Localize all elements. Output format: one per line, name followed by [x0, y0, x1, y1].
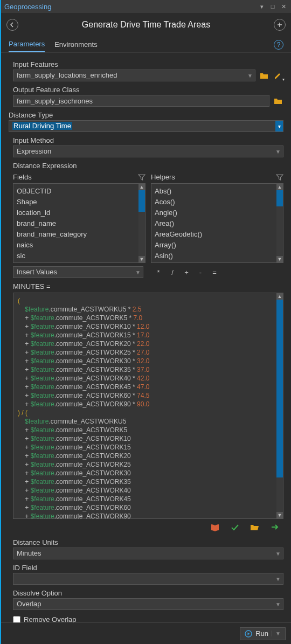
add-button[interactable]: [274, 19, 286, 31]
operator-button[interactable]: -: [194, 268, 207, 276]
helper-item[interactable]: Acos(): [155, 197, 280, 207]
filter-helpers-icon[interactable]: [276, 174, 283, 181]
fields-label: Fields: [13, 173, 32, 181]
tool-title: Generate Drive Time Trade Areas: [18, 20, 274, 30]
check-icon[interactable]: [231, 523, 239, 532]
scroll-down-icon[interactable]: ▼: [276, 512, 283, 518]
output-fc-label: Output Feature Class: [13, 86, 283, 94]
filter-fields-icon[interactable]: [138, 174, 146, 181]
field-item[interactable]: sic: [17, 251, 142, 261]
back-button[interactable]: [6, 19, 18, 31]
dissolve-option-select[interactable]: Overlap ▼: [13, 598, 283, 610]
distance-type-select[interactable]: Rural Driving Time ▾: [9, 120, 283, 132]
expression-editor[interactable]: ( $feature.commute_ACSTWORKU5 * 2.5 + $f…: [13, 293, 283, 519]
field-item[interactable]: brand_name: [17, 218, 142, 229]
input-method-label: Input Method: [13, 136, 283, 144]
run-button[interactable]: Run ▼: [240, 627, 286, 640]
helpers-scroll-thumb[interactable]: [276, 190, 283, 206]
helpers-listbox[interactable]: Abs()Acos()Angle()Area()AreaGeodetic()Ar…: [151, 183, 283, 263]
dissolve-option-label: Dissolve Option: [13, 589, 283, 597]
browse-input-features[interactable]: [259, 70, 269, 81]
tool-header: Generate Drive Time Trade Areas: [1, 13, 291, 37]
input-method-select[interactable]: Expression ▼: [13, 146, 283, 157]
tab-environments[interactable]: Environments: [54, 37, 97, 52]
operator-button[interactable]: /: [166, 268, 179, 276]
operator-button[interactable]: =: [208, 268, 221, 276]
dropdown-icon[interactable]: ▾: [258, 2, 266, 11]
scroll-up-icon[interactable]: ▲: [276, 184, 283, 190]
chevron-down-icon: ▼: [275, 551, 281, 557]
distance-type-label: Distance Type: [9, 111, 283, 119]
edit-input-features[interactable]: ▾: [273, 70, 283, 81]
helper-item[interactable]: Abs(): [155, 186, 280, 197]
close-icon[interactable]: ✕: [279, 2, 288, 11]
tab-parameters[interactable]: Parameters: [9, 37, 45, 52]
scroll-down-icon[interactable]: ▼: [138, 256, 145, 262]
chevron-down-icon: ▼: [247, 73, 253, 79]
chevron-down-icon: ▼: [275, 576, 281, 582]
scroll-down-icon[interactable]: ▼: [276, 256, 283, 262]
helpers-label: Helpers: [151, 173, 175, 181]
fields-listbox[interactable]: OBJECTIDShapelocation_idbrand_namebrand_…: [13, 183, 146, 263]
scroll-up-icon[interactable]: ▲: [276, 293, 283, 300]
chevron-down-icon: ▼: [275, 601, 281, 607]
insert-values-select[interactable]: Insert Values ▼: [13, 266, 143, 278]
chevron-down-icon: ▾: [275, 121, 283, 131]
book-icon[interactable]: [210, 523, 220, 532]
distance-units-select[interactable]: Minutes ▼: [13, 548, 283, 559]
field-item[interactable]: brand_name_category: [17, 229, 142, 240]
helper-item[interactable]: Area(): [155, 218, 280, 229]
field-item[interactable]: location_id: [17, 207, 142, 218]
field-item[interactable]: Shape: [17, 197, 142, 207]
run-dropdown-icon[interactable]: ▼: [272, 631, 281, 636]
export-icon[interactable]: [271, 523, 280, 532]
id-field-label: ID Field: [13, 564, 283, 572]
helper-item[interactable]: Angle(): [155, 207, 280, 218]
pane-title: Geoprocessing: [4, 3, 51, 11]
play-icon: [245, 630, 252, 638]
helper-item[interactable]: Array(): [155, 240, 280, 251]
distance-expression-label: Distance Expression: [13, 162, 283, 170]
operator-button[interactable]: +: [180, 268, 193, 276]
helper-item[interactable]: Asin(): [155, 251, 280, 261]
code-scroll-thumb[interactable]: [276, 300, 283, 477]
browse-output-fc[interactable]: [273, 95, 283, 106]
input-features-label: Input Features: [13, 60, 283, 68]
input-features-select[interactable]: farm_supply_locations_enriched ▼: [13, 70, 255, 81]
help-icon[interactable]: ?: [274, 40, 283, 50]
tabs: Parameters Environments ?: [1, 37, 291, 53]
field-item[interactable]: OBJECTID: [17, 186, 142, 197]
maximize-icon[interactable]: □: [268, 2, 277, 11]
scroll-up-icon[interactable]: ▲: [138, 184, 145, 190]
chevron-down-icon: ▼: [275, 149, 281, 155]
distance-units-label: Distance Units: [13, 538, 283, 546]
titlebar: Geoprocessing ▾ □ ✕: [1, 0, 291, 13]
field-item[interactable]: naics: [17, 240, 142, 251]
expression-var-label: MINUTES =: [13, 282, 283, 290]
operator-button[interactable]: *: [152, 268, 165, 276]
helper-item[interactable]: AreaGeodetic(): [155, 229, 280, 240]
footer: Run ▼: [1, 622, 291, 644]
fields-scroll-thumb[interactable]: [138, 190, 145, 212]
output-fc-input[interactable]: [13, 95, 269, 107]
open-folder-icon[interactable]: [250, 523, 260, 532]
id-field-select[interactable]: ▼: [13, 573, 283, 585]
chevron-down-icon: ▼: [135, 269, 141, 275]
